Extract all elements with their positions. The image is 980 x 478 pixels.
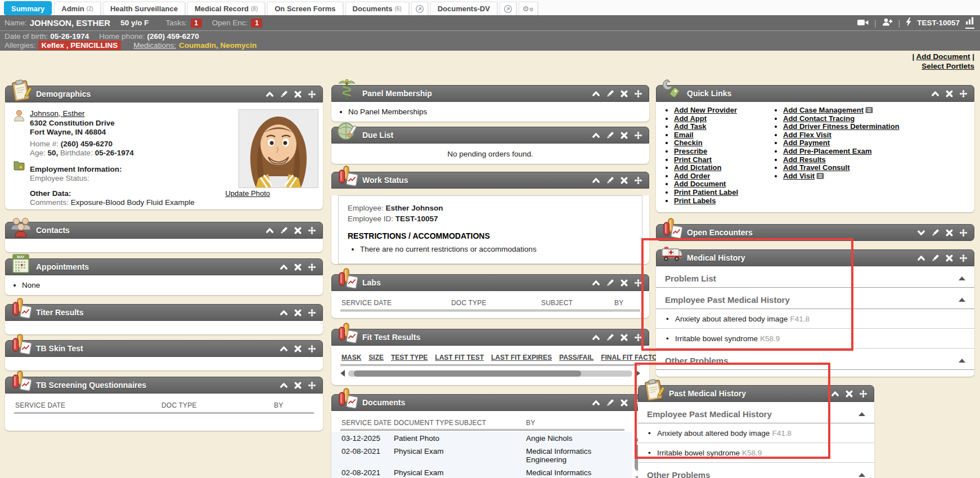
quick-link[interactable]: Print Labels	[674, 196, 716, 205]
update-photo-link[interactable]: Update Photo	[225, 189, 270, 198]
move-handle[interactable]	[308, 345, 316, 353]
table-row[interactable]: 03-12-2025Patient PhotoAngie Nichols	[331, 432, 632, 445]
quick-link[interactable]: Add Pre-Placement Exam	[783, 147, 872, 155]
close-button[interactable]	[620, 399, 628, 407]
move-handle[interactable]	[308, 90, 316, 99]
tab-admin[interactable]: Admin(2)	[54, 2, 101, 15]
quick-link[interactable]: Add Order	[674, 172, 710, 180]
problem-item[interactable]: Irritable bowel syndromeK58.9	[656, 329, 974, 349]
scrollbar-thumb[interactable]	[354, 370, 581, 377]
portlet-header[interactable]: Contacts	[5, 222, 323, 239]
move-handle[interactable]	[634, 333, 642, 342]
collapse-button[interactable]	[931, 90, 939, 98]
col-final-fit-factor[interactable]: FINAL FIT FACTOR	[601, 354, 662, 361]
open-enc-count-badge[interactable]: 1	[251, 19, 262, 28]
quick-link[interactable]: Add Dictation	[674, 163, 722, 172]
documents-popout-button[interactable]	[411, 2, 428, 15]
quick-link[interactable]: Add Task	[674, 122, 707, 131]
move-handle[interactable]	[634, 176, 642, 185]
close-button[interactable]	[294, 309, 302, 317]
collapse-button[interactable]	[592, 279, 600, 287]
tab-on-screen-forms[interactable]: On Screen Forms	[267, 2, 343, 15]
col-size[interactable]: SIZE	[368, 354, 384, 361]
close-button[interactable]	[294, 263, 302, 271]
tasks-count-badge[interactable]: 1	[191, 19, 202, 28]
close-button[interactable]	[945, 254, 954, 262]
quick-link[interactable]: Add Document	[674, 180, 726, 188]
portlet-header[interactable]: Work Status	[331, 172, 649, 189]
tab-documents[interactable]: Documents(6)	[345, 2, 409, 15]
portlet-header[interactable]: Quick Links	[656, 85, 974, 102]
edit-button[interactable]	[606, 131, 614, 140]
table-row[interactable]: 02-08-2021Physical ExamMedical Informati…	[331, 466, 632, 478]
portlet-header[interactable]: Demographics	[5, 86, 323, 102]
quick-link[interactable]: Print Chart	[674, 155, 712, 164]
portlet-header[interactable]: TB Skin Test	[5, 340, 323, 357]
collapse-button[interactable]	[280, 263, 288, 271]
tab-settings-gear[interactable]: ⚙⚙	[519, 2, 538, 15]
quick-link[interactable]: Add Flex Visit	[783, 131, 831, 139]
collapse-button[interactable]	[592, 90, 600, 98]
tab-summary[interactable]: Summary	[4, 1, 52, 15]
section-problem-list[interactable]: Problem List	[656, 266, 974, 288]
table-row[interactable]: 02-08-2021Physical ExamMedical Informati…	[331, 445, 632, 466]
edit-button[interactable]	[606, 279, 614, 287]
collapse-button[interactable]	[592, 399, 600, 407]
move-handle[interactable]	[959, 229, 968, 237]
portlet-header[interactable]: Medical History	[656, 249, 974, 266]
collapse-button[interactable]	[280, 309, 288, 317]
close-button[interactable]	[294, 226, 302, 235]
move-handle[interactable]	[959, 90, 968, 98]
problem-item[interactable]: Anxiety about altered body imageF41.8	[656, 309, 974, 329]
lightning-bolt-icon[interactable]	[906, 17, 911, 29]
edit-button[interactable]	[280, 90, 288, 99]
move-handle[interactable]	[308, 309, 316, 317]
tab-documents-dv[interactable]: Documents-DV	[430, 2, 497, 15]
documents-dv-popout-button[interactable]	[500, 2, 516, 15]
medications-link[interactable]: Medications:	[133, 41, 176, 50]
quick-link[interactable]: Add Travel Consult	[783, 163, 849, 172]
quick-link[interactable]: Add Contact Tracing	[783, 114, 855, 123]
collapse-button[interactable]	[592, 176, 600, 185]
add-person-icon[interactable]	[882, 18, 893, 28]
quick-link[interactable]: Checkin	[674, 139, 703, 147]
collapse-button[interactable]	[917, 254, 925, 262]
close-button[interactable]	[294, 90, 302, 99]
close-button[interactable]	[620, 279, 628, 287]
collapse-button[interactable]	[592, 131, 600, 140]
move-handle[interactable]	[308, 381, 316, 390]
edit-button[interactable]	[606, 399, 614, 407]
close-button[interactable]	[620, 176, 628, 185]
col-mask[interactable]: MASK	[341, 354, 361, 361]
portlet-header[interactable]: Appointments	[5, 258, 323, 275]
add-document-link[interactable]: Add Document	[916, 52, 970, 61]
collapse-button[interactable]	[592, 333, 600, 342]
scroll-right-arrow[interactable]	[636, 370, 640, 377]
move-handle[interactable]	[859, 390, 867, 398]
bar-chart-icon[interactable]	[965, 17, 974, 29]
quick-link[interactable]: Add Case Management	[783, 106, 864, 114]
section-other-problems[interactable]: Other Problems	[656, 349, 974, 370]
move-handle[interactable]	[634, 279, 642, 287]
quick-link[interactable]: Add Appt	[674, 114, 707, 123]
section-employee-past-medical-history[interactable]: Employee Past Medical History	[638, 402, 874, 423]
move-handle[interactable]	[634, 131, 642, 140]
quick-link[interactable]: Add Visit	[783, 172, 815, 180]
section-other-problems[interactable]: Other Problems	[638, 463, 874, 478]
collapse-button[interactable]	[266, 226, 274, 235]
move-handle[interactable]	[959, 254, 968, 262]
collapse-button[interactable]	[831, 390, 839, 398]
portlet-header[interactable]: Open Encounters	[656, 224, 974, 241]
collapse-button[interactable]	[280, 381, 288, 390]
video-camera-icon[interactable]	[857, 18, 869, 28]
close-button[interactable]	[620, 131, 628, 140]
list-icon[interactable]	[816, 173, 824, 179]
portlet-header[interactable]: Titer Results	[5, 304, 323, 321]
close-button[interactable]	[620, 90, 628, 98]
tab-health-surveillance[interactable]: Health Surveillance	[103, 2, 185, 15]
edit-button[interactable]	[931, 229, 939, 237]
col-test-type[interactable]: TEST TYPE	[391, 354, 428, 361]
close-button[interactable]	[945, 90, 954, 98]
quick-link[interactable]: Print Patient Label	[674, 188, 738, 196]
close-button[interactable]	[294, 381, 302, 390]
